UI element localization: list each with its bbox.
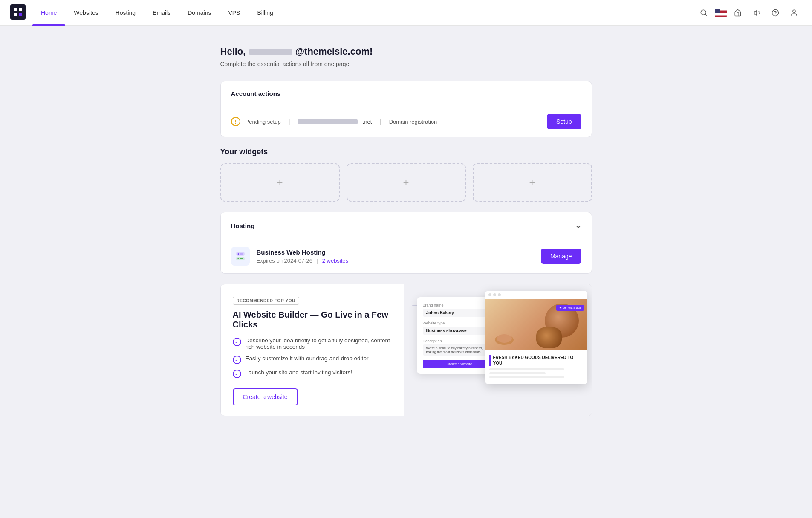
svg-point-5 — [701, 10, 706, 15]
notifications-button[interactable] — [749, 5, 764, 20]
hello-email-suffix: @themeisle.com! — [295, 46, 373, 57]
nav-items: Home Websites Hosting Emails Domains VPS… — [32, 0, 696, 26]
domain-ext: .net — [363, 119, 372, 125]
svg-rect-3 — [14, 13, 17, 16]
search-button[interactable] — [696, 5, 711, 20]
email-redacted — [249, 49, 292, 55]
nav-vps[interactable]: VPS — [220, 0, 249, 26]
add-widget-2-icon: + — [403, 177, 409, 188]
preview-line-1 — [489, 368, 564, 370]
setup-button[interactable]: Setup — [547, 114, 581, 129]
nav-home[interactable]: Home — [32, 0, 65, 26]
domain-redacted — [298, 119, 358, 124]
create-website-button[interactable]: Create a website — [233, 388, 298, 405]
widget-slot-3[interactable]: + — [473, 163, 592, 202]
preview-website-topbar — [485, 291, 587, 299]
user-icon — [790, 9, 798, 17]
help-button[interactable] — [768, 5, 783, 20]
nav-right-icons — [696, 5, 802, 20]
feature-item-2: ✓ Easily customize it with our drag-and-… — [233, 355, 392, 364]
pending-setup-row: ! Pending setup | .net | Domain registra… — [221, 106, 592, 137]
recommended-left: RECOMMENDED FOR YOU AI Website Builder —… — [221, 284, 404, 416]
hosting-plan-name: Business Web Hosting — [257, 249, 534, 256]
check-icon-1: ✓ — [233, 338, 241, 346]
svg-rect-2 — [19, 8, 22, 11]
hosting-websites-link[interactable]: 2 websites — [322, 258, 348, 264]
account-actions-header: Account actions — [221, 81, 592, 106]
add-widget-3-icon: + — [529, 177, 535, 188]
recommended-inner: RECOMMENDED FOR YOU AI Website Builder —… — [221, 284, 592, 416]
check-icon-2: ✓ — [233, 356, 241, 364]
divider-1: | — [289, 118, 290, 125]
web-hosting-icon — [235, 251, 246, 261]
us-flag-icon — [715, 9, 727, 17]
logo[interactable] — [10, 4, 26, 21]
manage-button[interactable]: Manage — [541, 249, 581, 264]
bread-circle-2 — [536, 327, 562, 348]
preview-website-mockup: ✦ Generate text — [485, 291, 587, 384]
preview-line-3 — [489, 376, 564, 378]
account-button[interactable] — [786, 5, 802, 20]
add-widget-1-icon: + — [277, 177, 283, 188]
hosting-plan-meta: Expires on 2024-07-26 | 2 websites — [257, 258, 534, 264]
preview-headline-text: FRESH BAKED GOODS DELIVERED TO YOU — [489, 355, 583, 366]
preview-generate-area: ✦ Generate text — [485, 299, 587, 350]
generate-text-btn: ✦ Generate text — [556, 305, 584, 311]
feature-item-3: ✓ Launch your site and start inviting vi… — [233, 369, 392, 378]
svg-rect-0 — [10, 4, 26, 20]
megaphone-icon — [753, 9, 760, 17]
account-actions-card: Account actions ! Pending setup | .net |… — [220, 81, 592, 137]
search-icon — [700, 9, 708, 17]
dot-3 — [498, 293, 501, 296]
recommended-title: AI Website Builder — Go Live in a Few Cl… — [233, 310, 392, 330]
hosting-expires: Expires on 2024-07-26 — [257, 258, 313, 264]
navigation: Home Websites Hosting Emails Domains VPS… — [0, 0, 812, 26]
widgets-grid: + + + — [220, 163, 592, 202]
recommended-badge: RECOMMENDED FOR YOU — [233, 297, 299, 305]
feature-text-3: Launch your site and start inviting visi… — [246, 369, 353, 376]
generate-text-badge: ✦ Generate text — [556, 303, 584, 313]
widget-slot-2[interactable]: + — [347, 163, 466, 202]
svg-rect-1 — [14, 8, 17, 11]
warning-icon: ! — [231, 117, 240, 126]
nav-billing[interactable]: Billing — [249, 0, 281, 26]
svg-rect-11 — [715, 13, 727, 14]
nav-domains[interactable]: Domains — [179, 0, 220, 26]
dot-2 — [493, 293, 496, 296]
svg-line-6 — [705, 14, 706, 15]
nav-emails[interactable]: Emails — [144, 0, 179, 26]
preview-website-body: FRESH BAKED GOODS DELIVERED TO YOU — [485, 350, 587, 384]
widget-slot-1[interactable]: + — [220, 163, 340, 202]
language-flag[interactable] — [715, 9, 727, 17]
store-button[interactable] — [730, 5, 746, 20]
svg-point-17 — [793, 10, 795, 12]
pending-label: Pending setup — [246, 119, 281, 125]
svg-rect-12 — [715, 14, 727, 15]
hello-section: Hello, @themeisle.com! Complete the esse… — [220, 46, 592, 67]
feature-text-2: Easily customize it with our drag-and-dr… — [246, 355, 369, 362]
logo-icon — [10, 4, 26, 20]
svg-rect-13 — [715, 15, 727, 16]
svg-point-25 — [497, 334, 512, 343]
setup-button-wrapper: Setup — [547, 114, 581, 129]
hello-subtitle: Complete the essential actions all from … — [220, 61, 592, 67]
hosting-card: Hosting ⌄ Business Web Hosting Expires o… — [220, 212, 592, 274]
svg-point-20 — [237, 253, 239, 255]
svg-rect-4 — [19, 13, 22, 16]
hello-title: Hello, @themeisle.com! — [220, 46, 592, 57]
nav-websites[interactable]: Websites — [65, 0, 107, 26]
hosting-header[interactable]: Hosting ⌄ — [221, 212, 592, 239]
hosting-sep: | — [317, 258, 318, 264]
chevron-up-icon: ⌄ — [575, 221, 581, 230]
preview-line-2 — [489, 372, 546, 374]
store-icon — [734, 9, 742, 17]
features-list: ✓ Describe your idea briefly to get a fu… — [233, 337, 392, 378]
hosting-title: Hosting — [231, 222, 255, 229]
svg-rect-14 — [715, 9, 720, 13]
dot-1 — [488, 293, 491, 296]
recommended-preview-panel: Brand name Johns Bakery Website type Bus… — [404, 284, 592, 416]
nav-hosting[interactable]: Hosting — [107, 0, 144, 26]
preview-area: Brand name Johns Bakery Website type Bus… — [404, 284, 592, 416]
divider-2: | — [379, 118, 381, 125]
check-icon-3: ✓ — [233, 370, 241, 378]
